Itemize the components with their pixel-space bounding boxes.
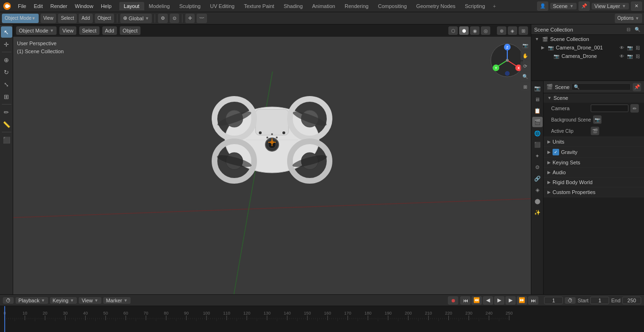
outliner-camera-drone-001[interactable]: ▶ 📷 Camera_Drone_001 👁 📷 ⛓ [531, 43, 644, 52]
viewport[interactable]: Object Mode ▼ View Select Add Object ⬡ ⬢… [13, 24, 531, 294]
props-custom-header[interactable]: ▶ Custom Properties [544, 187, 644, 197]
menu-window[interactable]: Window [71, 2, 97, 10]
viewport-snap-btn[interactable]: ⊞ [519, 26, 528, 35]
viewport-add-menu-btn[interactable]: Add [102, 26, 117, 35]
viewport-mode-btn[interactable]: Object Mode ▼ [16, 26, 57, 35]
props-search-input[interactable] [571, 83, 631, 90]
props-rigidbody-header[interactable]: ▶ Rigid Body World [544, 178, 644, 187]
cursor-tool-btn[interactable]: ✛ [1, 39, 12, 50]
topbar-user-icon[interactable]: 👤 [537, 1, 548, 11]
viewport-overlays-btn[interactable]: ⊕ [497, 26, 506, 35]
cursor-btn[interactable]: ✛ [185, 14, 195, 23]
view-layer-selector[interactable]: View Layer ▼ [592, 3, 629, 9]
viewport-shading-render[interactable]: ◎ [481, 26, 490, 35]
topbar-close-icon[interactable]: ✕ [631, 1, 642, 11]
transform-tool-btn[interactable]: ⊞ [1, 91, 12, 102]
props-material-icon[interactable]: ⬤ [532, 196, 543, 206]
menu-help[interactable]: Help [97, 2, 116, 10]
tab-geometry-nodes[interactable]: Geometry Nodes [412, 2, 460, 10]
timeline-next-keyframe-btn[interactable]: ▶ [505, 296, 516, 305]
camera-eyedrop-btn[interactable]: ✏ [630, 104, 639, 113]
snap-btn[interactable]: ⚙ [158, 14, 168, 23]
render-icon-1[interactable]: 📷 [627, 45, 633, 50]
outliner-search-icon[interactable]: 🔍 [634, 26, 641, 33]
visibility-icon-1[interactable]: 👁 [619, 45, 625, 50]
timeline-prev-frame-btn[interactable]: ⏪ [471, 296, 482, 305]
props-constraints-icon[interactable]: 🔗 [532, 173, 543, 184]
outliner-scene-collection[interactable]: ▼ 🎬 Scene Collection [531, 35, 644, 43]
viewport-shading-solid[interactable]: ⬢ [459, 26, 469, 35]
mode-selector[interactable]: Object Mode ▼ [2, 14, 39, 23]
annotate-tool-btn[interactable]: ✏ [1, 106, 12, 118]
props-view-layer-icon[interactable]: 📋 [532, 105, 543, 116]
viewport-shading-wireframe[interactable]: ⬡ [448, 26, 458, 35]
props-shaderfx-icon[interactable]: ✨ [532, 207, 543, 218]
current-frame-input[interactable] [544, 297, 563, 304]
tab-compositing[interactable]: Compositing [373, 2, 412, 10]
viewport-shading-material[interactable]: ◉ [470, 26, 479, 35]
vp-hand-btn[interactable]: ✋ [520, 51, 530, 60]
end-frame-input[interactable] [622, 297, 641, 304]
props-render-icon[interactable]: 📷 [532, 83, 543, 93]
select-menu-btn[interactable]: Select [58, 14, 77, 23]
move-tool-btn[interactable]: ⊕ [1, 54, 12, 65]
timeline-clock-btn[interactable]: ⏱ [3, 297, 14, 304]
vp-rotate-view-btn[interactable]: ⟳ [520, 61, 530, 71]
tab-shading[interactable]: Shading [279, 2, 307, 10]
menu-render[interactable]: Render [47, 2, 71, 10]
viewport-gizmo-btn[interactable]: ◈ [508, 26, 517, 35]
select-tool-btn[interactable]: ↖ [1, 26, 12, 38]
props-pin-btn[interactable]: 📌 [633, 83, 641, 91]
topbar-pinscreen-icon[interactable]: 📌 [578, 1, 590, 11]
tab-animation[interactable]: Animation [307, 2, 340, 10]
add-workspace-button[interactable]: + [490, 3, 499, 9]
tab-sculpting[interactable]: Sculpting [174, 2, 205, 10]
vp-grid-btn[interactable]: ⊞ [520, 82, 530, 91]
scale-tool-btn[interactable]: ⤡ [1, 79, 12, 90]
props-scene-section-header[interactable]: ▼ Scene [544, 93, 644, 103]
timeline-jump-start-btn[interactable]: ⏮ [460, 296, 471, 305]
timeline-marker-btn[interactable]: Marker ▼ [103, 297, 131, 304]
add-primitive-btn[interactable]: ⬛ [1, 134, 12, 146]
rotate-tool-btn[interactable]: ↻ [1, 66, 12, 78]
timeline-ruler[interactable]: 0102030405060708090100110120130140150160… [0, 306, 644, 332]
link-icon-2[interactable]: ⛓ [635, 54, 641, 59]
visibility-icon-2[interactable]: 👁 [619, 54, 625, 59]
props-physics-icon[interactable]: ⚙ [532, 162, 543, 172]
transform-orientation-dropdown[interactable]: ⊕ Global ▼ [120, 14, 152, 23]
menu-file[interactable]: File [14, 2, 30, 10]
add-menu-btn[interactable]: Add [79, 14, 93, 23]
camera-value-swatch[interactable] [591, 105, 628, 112]
link-icon-1[interactable]: ⛓ [635, 45, 641, 50]
timer-icon-btn[interactable]: ⏱ [565, 297, 576, 304]
props-units-header[interactable]: ▶ Units [544, 137, 644, 146]
timeline-next-frame-btn[interactable]: ⏩ [517, 296, 527, 305]
options-btn[interactable]: Options ▼ [615, 14, 642, 23]
tab-uv-editing[interactable]: UV Editing [205, 2, 239, 10]
props-keying-header[interactable]: ▶ Keying Sets [544, 158, 644, 167]
props-scene-icon[interactable]: 🎬 [532, 117, 543, 127]
vp-camera-btn[interactable]: 📷 [520, 40, 530, 50]
menu-edit[interactable]: Edit [30, 2, 47, 10]
tab-rendering[interactable]: Rendering [340, 2, 373, 10]
outliner-camera-drone[interactable]: 📷 Camera_Drone 👁 📷 ⛓ [531, 52, 644, 60]
start-frame-input[interactable] [590, 297, 609, 304]
gravity-enabled-checkbox[interactable]: ✓ [553, 149, 559, 155]
timeline-jump-end-btn[interactable]: ⏭ [528, 296, 538, 305]
viewport-overlay-btn[interactable]: View [41, 14, 57, 23]
object-menu-btn[interactable]: Object [95, 14, 114, 23]
props-world-icon[interactable]: 🌐 [532, 128, 543, 138]
vp-zoom-btn[interactable]: 🔍 [520, 72, 530, 81]
wave-btn[interactable]: 〰 [197, 14, 207, 23]
render-icon-2[interactable]: 📷 [627, 54, 633, 59]
tab-layout[interactable]: Layout [119, 2, 144, 10]
active-clip-icon-btn[interactable]: 🎬 [591, 127, 599, 135]
props-gravity-header[interactable]: ▶ ✓ Gravity [544, 147, 644, 157]
props-audio-header[interactable]: ▶ Audio [544, 168, 644, 177]
timeline-prev-keyframe-btn[interactable]: ◀ [483, 296, 493, 305]
outliner-filter-icon[interactable]: ⊟ [625, 26, 632, 33]
viewport-view-menu-btn[interactable]: View [59, 26, 76, 35]
measure-tool-btn[interactable]: 📏 [1, 119, 12, 130]
timeline-record-btn[interactable]: ⏺ [448, 296, 458, 305]
scene-selector[interactable]: Scene ▼ [550, 3, 577, 9]
